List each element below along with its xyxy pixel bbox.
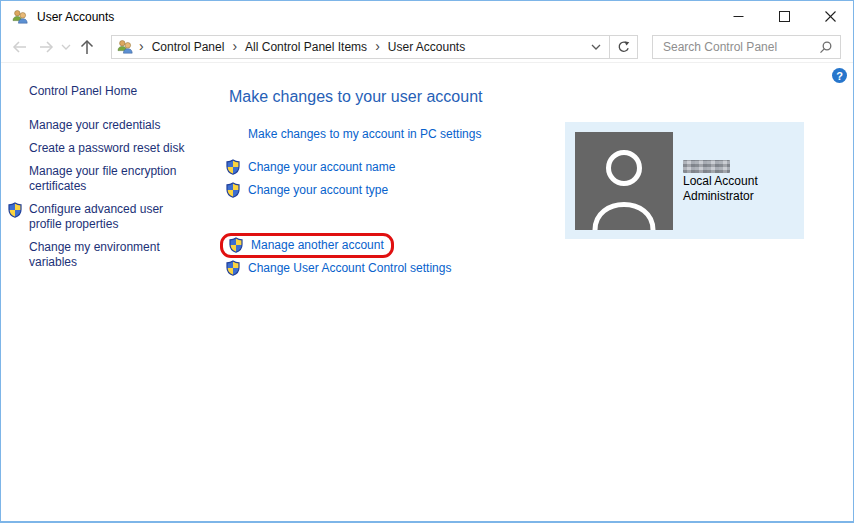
minimize-icon xyxy=(733,11,744,22)
user-silhouette-icon xyxy=(575,132,673,230)
user-accounts-window: User Accounts xyxy=(0,0,854,523)
sidebar-item-control-panel-home[interactable]: Control Panel Home xyxy=(29,84,211,99)
username-blurred xyxy=(683,160,730,173)
help-button[interactable]: ? xyxy=(832,68,847,83)
sidebar-item-environment-variables[interactable]: Change my environment variables xyxy=(29,240,197,270)
search-box xyxy=(652,35,841,59)
uac-shield-icon xyxy=(226,159,240,175)
navigation-bar: › Control Panel › All Control Panel Item… xyxy=(1,32,853,63)
minimize-button[interactable] xyxy=(715,1,761,32)
chevron-down-icon xyxy=(591,43,601,51)
user-accounts-app-icon xyxy=(12,9,28,25)
action-link-label: Manage another account xyxy=(251,238,384,252)
account-info: Local Account Administrator xyxy=(683,160,758,203)
forward-icon[interactable] xyxy=(39,40,55,54)
action-link-label: Change User Account Control settings xyxy=(248,261,451,275)
uac-shield-icon xyxy=(226,182,240,198)
sidebar-item-file-encryption-certificates[interactable]: Manage your file encryption certificates xyxy=(29,164,197,194)
search-icon[interactable] xyxy=(819,41,832,54)
uac-shield-icon xyxy=(226,260,240,276)
page-title: Make changes to your user account xyxy=(229,88,482,106)
breadcrumb-app-icon[interactable] xyxy=(117,39,133,55)
sidebar-item-advanced-user-profile[interactable]: Configure advanced user profile properti… xyxy=(29,202,197,232)
breadcrumb-separator-icon: › xyxy=(226,38,243,56)
pc-settings-link[interactable]: Make changes to my account in PC setting… xyxy=(248,127,481,141)
titlebar: User Accounts xyxy=(1,1,853,32)
sidebar: Control Panel Home Manage your credentia… xyxy=(1,63,211,521)
sidebar-item-password-reset-disk[interactable]: Create a password reset disk xyxy=(29,141,197,156)
maximize-icon xyxy=(779,11,790,22)
recent-pages-chevron-icon[interactable] xyxy=(61,43,71,51)
address-bar: › Control Panel › All Control Panel Item… xyxy=(111,35,638,59)
sidebar-tasks: Manage your credentials Create a passwor… xyxy=(29,118,197,270)
content-area: Control Panel Home Manage your credentia… xyxy=(1,63,853,521)
sidebar-item-label: Configure advanced user profile properti… xyxy=(29,202,163,231)
up-icon[interactable] xyxy=(79,39,95,55)
refresh-icon xyxy=(617,40,631,54)
breadcrumb-control-panel[interactable]: Control Panel xyxy=(150,40,227,54)
manage-another-account-link[interactable]: Manage another account xyxy=(229,237,384,253)
maximize-button[interactable] xyxy=(761,1,807,32)
search-input[interactable] xyxy=(663,40,819,54)
breadcrumb-all-items[interactable]: All Control Panel Items xyxy=(243,40,369,54)
caption-buttons xyxy=(715,1,853,32)
close-icon xyxy=(825,11,836,22)
sidebar-item-manage-credentials[interactable]: Manage your credentials xyxy=(29,118,197,133)
breadcrumb-separator-icon: › xyxy=(369,38,386,56)
back-icon[interactable] xyxy=(11,40,27,54)
breadcrumb-separator-icon: › xyxy=(133,38,150,56)
breadcrumb-user-accounts[interactable]: User Accounts xyxy=(386,40,467,54)
help-question-icon: ? xyxy=(836,70,843,82)
avatar xyxy=(575,132,673,230)
account-role-label: Administrator xyxy=(683,190,758,203)
uac-shield-icon xyxy=(229,237,243,253)
change-account-name-link[interactable]: Change your account name xyxy=(226,159,395,175)
refresh-button[interactable] xyxy=(610,36,637,58)
change-account-type-link[interactable]: Change your account type xyxy=(226,182,388,198)
close-button[interactable] xyxy=(807,1,853,32)
window-title: User Accounts xyxy=(37,10,114,24)
change-uac-settings-link[interactable]: Change User Account Control settings xyxy=(226,260,451,276)
action-link-label: Change your account type xyxy=(248,183,388,197)
address-dropdown-button[interactable] xyxy=(583,36,609,58)
account-type-label: Local Account xyxy=(683,175,758,188)
uac-shield-icon xyxy=(8,202,22,218)
account-summary-panel: Local Account Administrator xyxy=(565,122,804,239)
action-link-label: Change your account name xyxy=(248,160,395,174)
nav-controls xyxy=(1,39,111,55)
